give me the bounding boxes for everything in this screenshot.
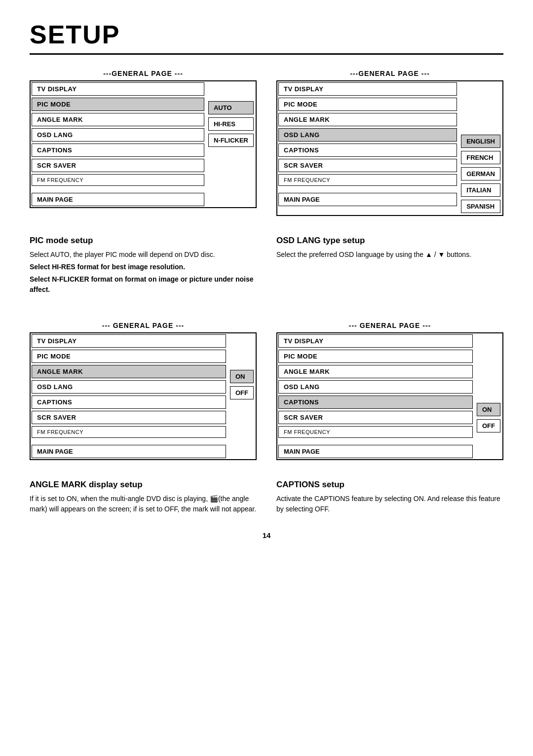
menu-item-scr-saver-tl: SCR SAVER <box>32 159 204 172</box>
menu-box-top-right: TV DISPLAY PIC MODE ANGLE MARK OSD LANG … <box>276 80 503 216</box>
menu-item-tv-display-br: TV DISPLAY <box>278 334 473 348</box>
menu-item-captions-tl: CAPTIONS <box>32 144 204 157</box>
general-page-label-top-left: ---GENERAL PAGE --- <box>30 70 257 77</box>
desc-captions-title: CAPTIONS setup <box>276 480 503 490</box>
panel-bottom-left: --- GENERAL PAGE --- TV DISPLAY PIC MODE… <box>30 322 257 460</box>
menu-item-angle-mark-tr: ANGLE MARK <box>278 113 457 126</box>
submenu-french: FRENCH <box>461 151 500 164</box>
submenu-on-br: ON <box>477 403 500 416</box>
menu-list-top-right: TV DISPLAY PIC MODE ANGLE MARK OSD LANG … <box>277 81 458 215</box>
desc-captions: CAPTIONS setup Activate the CAPTIONS fea… <box>276 475 503 516</box>
menu-item-fm-freq-tl: FM FREQUENCY <box>32 174 204 186</box>
panel-top-left: ---GENERAL PAGE --- TV DISPLAY PIC MODE … <box>30 70 257 216</box>
panel-bottom-right: --- GENERAL PAGE --- TV DISPLAY PIC MODE… <box>276 322 503 460</box>
general-page-label-bottom-left: --- GENERAL PAGE --- <box>30 322 257 329</box>
menu-item-osd-lang-br: OSD LANG <box>278 380 473 394</box>
submenu-n-flicker: N-FLICKER <box>208 134 254 147</box>
desc-captions-text: Activate the CAPTIONS feature by selecti… <box>276 494 503 514</box>
menu-item-tv-display-tr: TV DISPLAY <box>278 82 457 96</box>
submenu-list-bottom-left: ON OFF <box>230 333 256 459</box>
bottom-row: --- GENERAL PAGE --- TV DISPLAY PIC MODE… <box>30 322 503 460</box>
submenu-on-bl: ON <box>230 370 254 383</box>
title-divider <box>30 53 503 55</box>
desc-osd-lang-text: Select the preferred OSD language by usi… <box>276 250 503 260</box>
menu-item-main-page-tr: MAIN PAGE <box>278 193 457 206</box>
menu-item-pic-mode-br: PIC MODE <box>278 350 473 363</box>
menu-item-tv-display-bl: TV DISPLAY <box>32 334 226 348</box>
menu-list-bottom-right: TV DISPLAY PIC MODE ANGLE MARK OSD LANG … <box>277 333 474 459</box>
menu-item-pic-mode-bl: PIC MODE <box>32 350 226 363</box>
menu-list-top-left: TV DISPLAY PIC MODE ANGLE MARK OSD LANG … <box>31 81 205 207</box>
desc-angle-mark-title: ANGLE MARK display setup <box>30 480 257 490</box>
menu-item-main-page-tl: MAIN PAGE <box>32 193 204 206</box>
submenu-english: ENGLISH <box>461 135 500 148</box>
page-number: 14 <box>30 531 503 540</box>
menu-item-scr-saver-tr: SCR SAVER <box>278 159 457 172</box>
menu-item-osd-lang-bl: OSD LANG <box>32 380 226 394</box>
desc-pic-mode: PIC mode setup Select AUTO, the player P… <box>30 231 257 297</box>
submenu-list-top-left: AUTO HI-RES N-FLICKER <box>208 81 256 207</box>
desc-angle-mark-text: If it is set to ON, when the multi-angle… <box>30 494 257 514</box>
desc-osd-lang-title: OSD LANG type setup <box>276 236 503 246</box>
descriptions-top-row: PIC mode setup Select AUTO, the player P… <box>30 231 503 297</box>
menu-item-osd-lang-tl: OSD LANG <box>32 128 204 142</box>
menu-item-angle-mark-br: ANGLE MARK <box>278 365 473 378</box>
desc-pic-mode-text: Select AUTO, the player PIC mode will de… <box>30 250 257 295</box>
menu-item-main-page-bl: MAIN PAGE <box>32 445 226 458</box>
menu-item-pic-mode-tl: PIC MODE <box>32 98 204 111</box>
submenu-off-bl: OFF <box>230 386 254 399</box>
menu-item-scr-saver-br: SCR SAVER <box>278 411 473 424</box>
submenu-list-bottom-right: ON OFF <box>477 333 502 459</box>
desc-angle-mark: ANGLE MARK display setup If it is set to… <box>30 475 257 516</box>
submenu-hi-res: HI-RES <box>208 117 254 131</box>
menu-item-scr-saver-bl: SCR SAVER <box>32 411 226 424</box>
descriptions-bottom-row: ANGLE MARK display setup If it is set to… <box>30 475 503 516</box>
menu-list-bottom-left: TV DISPLAY PIC MODE ANGLE MARK OSD LANG … <box>31 333 227 459</box>
menu-box-top-left: TV DISPLAY PIC MODE ANGLE MARK OSD LANG … <box>30 80 257 208</box>
menu-item-fm-freq-bl: FM FREQUENCY <box>32 426 226 438</box>
menu-item-osd-lang-tr: OSD LANG <box>278 128 457 142</box>
general-page-label-top-right: ---GENERAL PAGE --- <box>276 70 503 77</box>
menu-item-pic-mode-tr: PIC MODE <box>278 98 457 111</box>
submenu-auto: AUTO <box>208 101 254 114</box>
top-row: ---GENERAL PAGE --- TV DISPLAY PIC MODE … <box>30 70 503 216</box>
submenu-off-br: OFF <box>477 419 500 432</box>
menu-item-tv-display-tl: TV DISPLAY <box>32 82 204 96</box>
general-page-label-bottom-right: --- GENERAL PAGE --- <box>276 322 503 329</box>
submenu-spanish: SPANISH <box>461 200 500 213</box>
submenu-italian: ITALIAN <box>461 183 500 197</box>
panel-top-right: ---GENERAL PAGE --- TV DISPLAY PIC MODE … <box>276 70 503 216</box>
menu-box-bottom-left: TV DISPLAY PIC MODE ANGLE MARK OSD LANG … <box>30 332 257 460</box>
menu-item-fm-freq-tr: FM FREQUENCY <box>278 174 457 186</box>
menu-box-bottom-right: TV DISPLAY PIC MODE ANGLE MARK OSD LANG … <box>276 332 503 460</box>
menu-item-captions-tr: CAPTIONS <box>278 144 457 157</box>
submenu-list-top-right: ENGLISH FRENCH GERMAN ITALIAN SPANISH <box>461 81 502 215</box>
submenu-german: GERMAN <box>461 167 500 180</box>
menu-item-captions-bl: CAPTIONS <box>32 396 226 409</box>
page-title: SETUP <box>30 20 503 49</box>
menu-item-angle-mark-bl: ANGLE MARK <box>32 365 226 378</box>
menu-item-main-page-br: MAIN PAGE <box>278 445 473 458</box>
desc-pic-mode-title: PIC mode setup <box>30 236 257 246</box>
menu-item-angle-mark-tl: ANGLE MARK <box>32 113 204 126</box>
desc-osd-lang: OSD LANG type setup Select the preferred… <box>276 231 503 297</box>
menu-item-fm-freq-br: FM FREQUENCY <box>278 426 473 438</box>
menu-item-captions-br: CAPTIONS <box>278 396 473 409</box>
